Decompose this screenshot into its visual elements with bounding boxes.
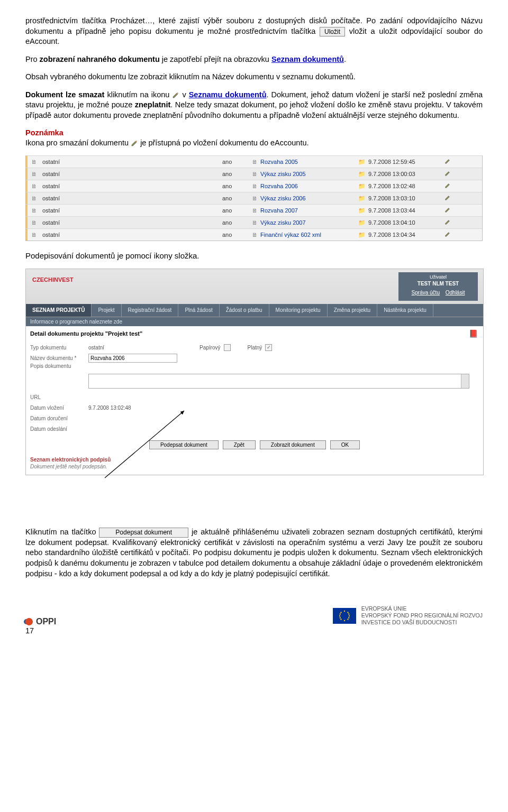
form-area: Typ dokumentu ostatní Papírový Platný ✓ … xyxy=(26,340,483,435)
doc-name-link[interactable]: Rozvaha 2007 xyxy=(260,207,298,214)
col-ano: ano xyxy=(222,195,249,201)
eu-logo-block: EVROPSKÁ UNIE EVROPSKÝ FOND PRO REGIONÁL… xyxy=(333,605,483,626)
button-ok[interactable]: OK xyxy=(330,440,360,449)
table-row: 🗎ostatníano🗎Výkaz zisku 2005📁9.7.2008 13… xyxy=(26,168,482,180)
col-type: ostatní xyxy=(40,232,222,238)
tab-projekt[interactable]: Projekt xyxy=(92,304,121,317)
folder-icon[interactable]: 📁 xyxy=(356,183,368,190)
document-icon: 🗎 xyxy=(28,207,40,214)
doc-name-link[interactable]: Finanční výkaz 602 xml xyxy=(260,232,321,238)
folder-icon[interactable]: 📁 xyxy=(356,171,368,178)
svg-point-8 xyxy=(347,612,348,613)
mid-line: Podepisování dokumentů je pomocí ikony s… xyxy=(25,251,483,261)
col-type: ostatní xyxy=(40,171,222,177)
intro-paragraph-2: Pro zobrazení nahraného dokumentu je zap… xyxy=(25,54,483,65)
table-row: 🗎ostatníano🗎Výkaz zisku 2007📁9.7.2008 13… xyxy=(26,216,482,228)
pencil-icon[interactable] xyxy=(442,170,453,178)
col-type: ostatní xyxy=(40,159,222,165)
app-logo: CZECHINVEST xyxy=(32,276,74,283)
checkbox-papirovy[interactable] xyxy=(224,344,231,351)
svg-point-7 xyxy=(340,612,341,613)
textarea-popis[interactable] xyxy=(88,374,469,389)
button-row: Podepsat dokumentZpětZobrazit dokumentOK xyxy=(26,435,483,453)
svg-point-11 xyxy=(339,613,340,614)
col-ano: ano xyxy=(222,171,249,177)
tab-n-st-nka-projektu[interactable]: Nástěnka projektu xyxy=(377,304,433,317)
col-date: 9.7.2008 13:00:03 xyxy=(368,171,442,177)
document-icon: 🗎 xyxy=(249,183,260,189)
label-datum-odeslani: Datum odeslání xyxy=(30,426,88,432)
document-icon: 🗎 xyxy=(249,219,260,226)
app-infobar[interactable]: Informace o programech naleznete zde xyxy=(26,317,483,326)
folder-icon[interactable]: 📁 xyxy=(356,159,368,165)
table-row: 🗎ostatníano🗎Rozvaha 2007📁9.7.2008 13:03:… xyxy=(26,204,482,216)
link-odhlasit[interactable]: Odhlásit xyxy=(446,290,465,296)
pencil-icon[interactable] xyxy=(442,182,453,190)
col-ano: ano xyxy=(222,219,249,226)
col-type: ostatní xyxy=(40,207,222,214)
folder-icon[interactable]: 📁 xyxy=(356,232,368,238)
table-row: 🗎ostatníano🗎Výkaz zisku 2006📁9.7.2008 13… xyxy=(26,192,482,204)
doc-name-link[interactable]: Výkaz zisku 2007 xyxy=(260,219,306,226)
pencil-icon[interactable] xyxy=(442,195,453,202)
button-zp-t[interactable]: Zpět xyxy=(223,440,256,449)
folder-icon[interactable]: 📁 xyxy=(356,219,368,226)
pencil-icon[interactable] xyxy=(442,231,453,238)
pencil-icon[interactable] xyxy=(442,207,453,214)
link-seznamu-dokumentu[interactable]: Seznamu dokumentů xyxy=(189,90,267,99)
pencil-icon[interactable] xyxy=(442,219,453,226)
document-icon: 🗎 xyxy=(249,195,260,201)
value-datum-vlozeni: 9.7.2008 13:02:48 xyxy=(88,405,131,411)
label-nazev: Název dokumentu * xyxy=(30,355,88,361)
doc-name-link[interactable]: Výkaz zisku 2006 xyxy=(260,195,306,201)
document-icon: 🗎 xyxy=(249,232,260,238)
col-type: ostatní xyxy=(40,195,222,201)
intro-paragraph-4: Dokument lze smazat kliknutím na ikonu v… xyxy=(25,90,483,121)
tab-registra-n-dost[interactable]: Registrační žádost xyxy=(122,304,179,317)
svg-point-9 xyxy=(340,619,341,620)
doc-name-link[interactable]: Výkaz zisku 2005 xyxy=(260,171,306,177)
page-number: 17 xyxy=(25,626,483,635)
signatures-note: Dokument ještě nebyl podepsán. xyxy=(26,464,483,475)
button-podepsat-dokument[interactable]: Podepsat dokument xyxy=(149,440,219,449)
doc-name-link[interactable]: Rozvaha 2006 xyxy=(260,183,298,189)
oppi-logo: OPPI xyxy=(25,617,56,626)
col-ano: ano xyxy=(222,183,249,189)
document-icon: 🗎 xyxy=(28,232,40,238)
label-datum-vlozeni: Datum vložení xyxy=(30,405,88,411)
tab-monitoring-projektu[interactable]: Monitoring projektu xyxy=(269,304,328,317)
detail-title: Detail dokumentu projektu "Projekt test"… xyxy=(26,326,483,340)
tab-seznam-projekt-[interactable]: SEZNAM PROJEKTŮ xyxy=(26,304,92,317)
link-sprava-uctu[interactable]: Správa účtu xyxy=(412,290,440,296)
folder-icon[interactable]: 📁 xyxy=(356,195,368,202)
col-date: 9.7.2008 13:04:10 xyxy=(368,219,442,226)
folder-icon[interactable]: 📁 xyxy=(356,207,368,214)
link-seznam-dokumentu[interactable]: Seznam dokumentů xyxy=(271,55,344,63)
tab-zm-na-projektu[interactable]: Změna projektu xyxy=(328,304,377,317)
pencil-icon[interactable] xyxy=(442,158,453,165)
input-nazev[interactable] xyxy=(88,354,177,363)
doc-name-link[interactable]: Rozvaha 2005 xyxy=(260,159,298,165)
app-screenshot: CZECHINVEST Uživatel TEST NLM TEST Správ… xyxy=(25,269,484,475)
button-zobrazit-dokument[interactable]: Zobrazit dokument xyxy=(260,440,326,449)
col-ano: ano xyxy=(222,232,249,238)
col-date: 9.7.2008 13:02:48 xyxy=(368,183,442,189)
col-type: ostatní xyxy=(40,219,222,226)
arrow-annotation xyxy=(25,485,483,548)
note-paragraph: Ikona pro smazání dokumentu je přístupná… xyxy=(25,138,483,149)
table-row: 🗎ostatníano🗎Finanční výkaz 602 xml📁9.7.2… xyxy=(26,228,482,241)
note-title: Poznámka xyxy=(25,128,483,137)
checkbox-platny[interactable]: ✓ xyxy=(265,344,272,351)
label-popis: Popis dokumentu xyxy=(30,363,88,369)
user-box: Uživatel TEST NLM TEST Správa účtu Odhlá… xyxy=(398,272,478,301)
tab-pln-dost[interactable]: Plná žádost xyxy=(178,304,219,317)
save-button-inline[interactable]: Uložit xyxy=(320,27,345,36)
col-type: ostatní xyxy=(40,183,222,189)
svg-point-12 xyxy=(348,613,349,614)
svg-point-4 xyxy=(344,620,345,621)
document-icon: 🗎 xyxy=(28,171,40,177)
pencil-icon xyxy=(131,140,138,147)
tab--dost-o-platbu[interactable]: Žádost o platbu xyxy=(220,304,269,317)
book-icon: 📕 xyxy=(469,329,478,338)
col-date: 9.7.2008 12:59:45 xyxy=(368,159,442,165)
